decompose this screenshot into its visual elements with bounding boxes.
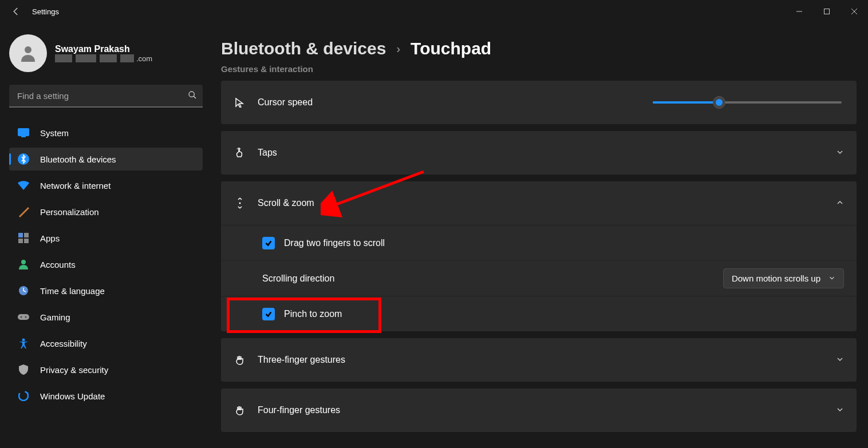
svg-point-14	[25, 316, 27, 318]
section-title: Gestures & interaction	[221, 64, 857, 74]
sidebar-item-label: Accessibility	[40, 339, 87, 348]
window-controls	[786, 0, 868, 23]
sidebar-item-label: Accounts	[40, 260, 76, 269]
chevron-down-icon	[836, 406, 844, 415]
scrolling-direction-dropdown[interactable]: Down motion scrolls up	[723, 268, 844, 288]
row-label: Scrolling direction	[262, 273, 723, 284]
avatar	[9, 34, 47, 72]
breadcrumb-current: Touchpad	[411, 39, 491, 58]
scroll-icon	[234, 197, 246, 209]
sidebar-item-personalization[interactable]: Personalization	[9, 200, 203, 223]
row-label: Pinch to zoom	[284, 309, 844, 319]
breadcrumb: Bluetooth & devices › Touchpad	[221, 39, 857, 58]
cursor-icon	[234, 96, 246, 109]
app-title: Settings	[32, 7, 59, 16]
wifi-icon	[17, 179, 30, 192]
svg-rect-0	[824, 9, 830, 14]
svg-rect-4	[21, 136, 26, 137]
scroll-zoom-section: Scroll & zoom Drag two fingers to scroll…	[221, 181, 857, 331]
search-container	[9, 85, 203, 108]
svg-point-17	[239, 203, 241, 204]
pinch-to-zoom-row: Pinch to zoom	[221, 296, 857, 331]
chevron-up-icon	[836, 199, 844, 208]
svg-rect-7	[24, 233, 29, 237]
accessibility-icon	[17, 337, 30, 350]
sidebar-item-bluetooth-devices[interactable]: Bluetooth & devices	[9, 148, 203, 171]
svg-rect-8	[18, 239, 23, 243]
sidebar-item-label: Windows Update	[40, 391, 105, 401]
sidebar-item-label: Time & language	[40, 286, 105, 296]
sidebar-item-label: Apps	[40, 233, 60, 243]
scrolling-direction-row: Scrolling direction Down motion scrolls …	[221, 260, 857, 296]
search-icon[interactable]	[188, 90, 197, 102]
svg-point-10	[21, 260, 26, 264]
sidebar-item-apps[interactable]: Apps	[9, 227, 203, 249]
brush-icon	[17, 205, 30, 218]
profile-name: Swayam Prakash	[55, 44, 152, 54]
close-button[interactable]	[841, 0, 868, 23]
clock-icon	[17, 284, 30, 297]
taps-row[interactable]: Taps	[221, 131, 857, 175]
svg-rect-6	[18, 233, 23, 237]
chevron-down-icon	[828, 275, 835, 283]
dropdown-value: Down motion scrolls up	[732, 273, 820, 283]
svg-point-15	[22, 339, 25, 342]
scroll-zoom-row[interactable]: Scroll & zoom	[221, 181, 857, 225]
row-label: Scroll & zoom	[258, 198, 836, 208]
sidebar-item-label: Personalization	[40, 207, 99, 217]
profile-section[interactable]: Swayam Prakash .com	[9, 34, 203, 72]
person-icon	[17, 258, 30, 271]
pinch-to-zoom-checkbox[interactable]	[262, 308, 275, 320]
sidebar-item-accounts[interactable]: Accounts	[9, 253, 203, 276]
chevron-down-icon	[836, 148, 844, 158]
svg-point-1	[25, 46, 31, 53]
sidebar-item-system[interactable]: System	[9, 121, 203, 144]
chevron-right-icon: ›	[396, 42, 400, 55]
row-label: Taps	[258, 148, 836, 158]
svg-rect-3	[18, 128, 29, 136]
gamepad-icon	[17, 311, 30, 323]
apps-icon	[17, 232, 30, 244]
minimize-button[interactable]	[786, 0, 813, 23]
svg-rect-12	[18, 314, 29, 320]
system-icon	[17, 126, 30, 139]
back-button[interactable]	[9, 5, 23, 18]
breadcrumb-parent[interactable]: Bluetooth & devices	[221, 39, 386, 58]
maximize-button[interactable]	[813, 0, 841, 23]
sidebar-item-windows-update[interactable]: Windows Update	[9, 384, 203, 407]
update-icon	[17, 390, 30, 402]
sidebar-item-network[interactable]: Network & internet	[9, 174, 203, 197]
sidebar-item-label: Bluetooth & devices	[40, 154, 116, 164]
row-label: Drag two fingers to scroll	[284, 238, 844, 248]
three-finger-row[interactable]: Three-finger gestures	[221, 338, 857, 382]
search-input[interactable]	[9, 85, 203, 108]
sidebar-item-privacy-security[interactable]: Privacy & security	[9, 358, 203, 381]
shield-icon	[17, 363, 30, 376]
svg-point-13	[21, 316, 22, 318]
chevron-down-icon	[836, 355, 844, 365]
tap-icon	[234, 146, 246, 159]
hand-icon	[234, 404, 246, 417]
sidebar-item-time-language[interactable]: Time & language	[9, 279, 203, 302]
profile-email: .com	[55, 54, 152, 63]
four-finger-row[interactable]: Four-finger gestures	[221, 388, 857, 432]
cursor-speed-row: Cursor speed	[221, 81, 857, 124]
cursor-speed-slider[interactable]	[653, 101, 842, 104]
sidebar-item-gaming[interactable]: Gaming	[9, 306, 203, 328]
sidebar-item-label: Network & internet	[40, 181, 111, 191]
drag-two-fingers-checkbox[interactable]	[262, 237, 275, 249]
sidebar-item-accessibility[interactable]: Accessibility	[9, 332, 203, 355]
svg-point-2	[189, 92, 194, 97]
svg-rect-9	[24, 239, 29, 243]
hand-icon	[234, 354, 246, 366]
row-label: Four-finger gestures	[258, 405, 836, 415]
sidebar-item-label: Gaming	[40, 312, 70, 322]
sidebar-item-label: System	[40, 128, 69, 138]
drag-two-fingers-row: Drag two fingers to scroll	[221, 225, 857, 260]
row-label: Three-finger gestures	[258, 355, 836, 365]
bluetooth-icon	[17, 153, 30, 165]
row-label: Cursor speed	[258, 97, 653, 108]
sidebar-item-label: Privacy & security	[40, 365, 108, 375]
